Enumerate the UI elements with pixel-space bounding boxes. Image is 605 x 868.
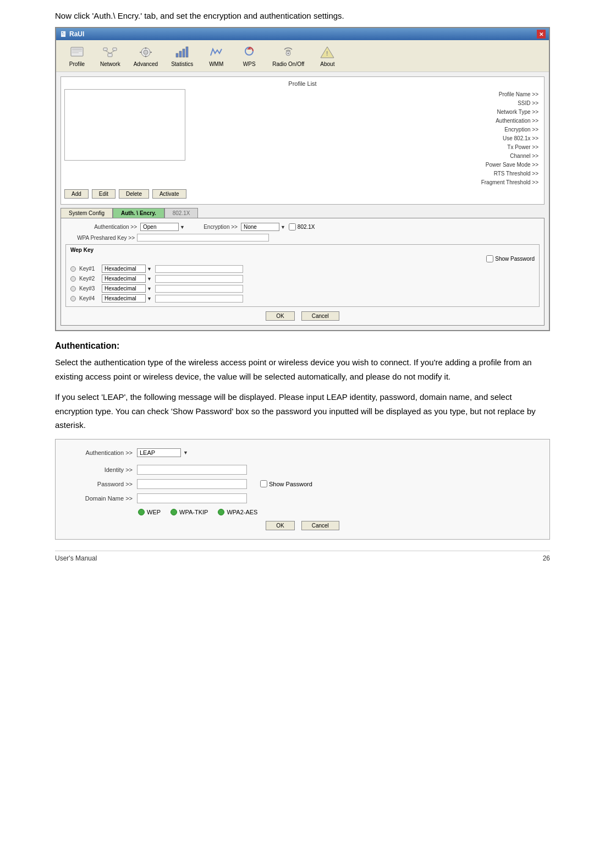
svg-rect-1	[72, 48, 82, 50]
show-password-text: Show Password	[495, 256, 535, 262]
leap-auth-value: LEAP	[137, 448, 181, 457]
leap-password-row: Password >> Show Password	[67, 479, 538, 489]
toolbar-wps-label: WPS	[243, 61, 256, 67]
key1-type-value: Hexadecimal	[102, 265, 146, 273]
toolbar-profile[interactable]: Profile	[61, 42, 94, 69]
wpa2aes-radio-icon	[218, 509, 224, 515]
key3-radio[interactable]	[70, 286, 76, 292]
auth-select[interactable]: Open ▼	[140, 223, 185, 231]
info-powersave: Power Save Mode >>	[190, 161, 541, 169]
toolbar-radioon[interactable]: Radio On/Off	[266, 42, 311, 69]
key2-type[interactable]: Hexadecimal ▼	[102, 274, 152, 283]
key3-input[interactable]	[155, 285, 243, 293]
ok-button[interactable]: OK	[266, 311, 294, 321]
leap-auth-arrow[interactable]: ▼	[183, 450, 188, 455]
key4-radio[interactable]	[70, 296, 76, 301]
edit-button[interactable]: Edit	[92, 189, 116, 199]
key2-dropdown[interactable]: ▼	[147, 276, 152, 282]
svg-rect-4	[108, 53, 112, 57]
toolbar-profile-label: Profile	[69, 61, 85, 67]
wpa-row: WPA Preshared Key >>	[65, 234, 540, 241]
key4-type-value: Hexadecimal	[102, 294, 146, 303]
toolbar-about[interactable]: ! About	[311, 42, 344, 69]
key3-label: Key#3	[79, 285, 98, 292]
wpa2aes-radio-item[interactable]: WPA2-AES	[218, 509, 257, 515]
leap-show-password-label[interactable]: Show Password	[260, 480, 312, 487]
key3-dropdown[interactable]: ▼	[147, 286, 152, 292]
wpa-input[interactable]	[137, 234, 269, 241]
leap-auth-select[interactable]: LEAP ▼	[137, 448, 188, 457]
key1-radio[interactable]	[70, 266, 76, 272]
raui-icon: 🖥	[59, 30, 67, 39]
tab-auth-encry[interactable]: Auth. \ Encry.	[113, 208, 164, 218]
statistics-icon	[173, 45, 191, 60]
toolbar-wmm-label: WMM	[209, 61, 223, 67]
leap-identity-input[interactable]	[137, 465, 247, 475]
profile-icon	[68, 45, 86, 60]
key2-radio[interactable]	[70, 276, 76, 282]
show-password-checkbox[interactable]	[486, 255, 493, 262]
wpatkip-radio-label: WPA-TKIP	[179, 509, 208, 515]
auth-dropdown-arrow[interactable]: ▼	[180, 224, 185, 230]
leap-password-input[interactable]	[137, 479, 247, 489]
raui-titlebar: 🖥 RaUI ✕	[56, 28, 549, 40]
svg-rect-13	[140, 52, 141, 53]
key2-input[interactable]	[155, 275, 243, 283]
toolbar-about-label: About	[320, 61, 334, 67]
toolbar-wps[interactable]: WPS	[233, 42, 266, 69]
toolbar-statistics-label: Statistics	[171, 61, 193, 67]
svg-rect-14	[150, 52, 152, 53]
wpa-label: WPA Preshared Key >>	[65, 235, 137, 241]
key1-type[interactable]: Hexadecimal ▼	[102, 265, 152, 273]
encrypt-dropdown-arrow[interactable]: ▼	[280, 224, 285, 230]
activate-button[interactable]: Activate	[152, 189, 186, 199]
key3-type[interactable]: Hexadecimal ▼	[102, 284, 152, 293]
wep-radio-item[interactable]: WEP	[138, 509, 161, 515]
ok-cancel-row: OK Cancel	[65, 311, 540, 321]
leap-show-password-checkbox[interactable]	[260, 480, 267, 487]
svg-rect-2	[72, 51, 82, 52]
tabs-row: System Config Auth. \ Encry. 802.1X	[61, 208, 544, 218]
show-pw-row: Show Password	[70, 255, 535, 262]
toolbar-network[interactable]: Network	[94, 42, 127, 69]
close-button[interactable]: ✕	[537, 30, 546, 39]
info-ssid: SSID >>	[190, 99, 541, 108]
leap-show-password-text: Show Password	[269, 481, 312, 487]
show-password-label[interactable]: Show Password	[486, 255, 535, 262]
info-profile-name: Profile Name >>	[190, 90, 541, 99]
raui-window: 🖥 RaUI ✕ Profile	[55, 27, 550, 331]
leap-cancel-button[interactable]: Cancel	[301, 521, 339, 530]
key4-type[interactable]: Hexadecimal ▼	[102, 294, 152, 303]
cancel-button[interactable]: Cancel	[301, 311, 339, 321]
auth-value: Open	[140, 223, 179, 231]
add-button[interactable]: Add	[64, 189, 89, 199]
tab-8021x[interactable]: 802.1X	[164, 208, 199, 218]
wpatkip-radio-item[interactable]: WPA-TKIP	[170, 509, 208, 515]
intro-text: Now click 'Auth.\ Encry.' tab, and set t…	[55, 11, 550, 20]
profile-layout: Profile Name >> SSID >> Network Type >> …	[64, 89, 541, 187]
delete-button[interactable]: Delete	[119, 189, 149, 199]
toolbar-wmm[interactable]: WMM	[200, 42, 233, 69]
leap-ok-button[interactable]: OK	[266, 521, 294, 530]
key1-input[interactable]	[155, 265, 243, 273]
svg-rect-17	[183, 49, 185, 57]
8021x-checkbox-label[interactable]: 802.1X	[289, 223, 315, 230]
tab-system-config[interactable]: System Config	[61, 208, 113, 218]
key4-dropdown[interactable]: ▼	[147, 296, 152, 301]
key1-dropdown[interactable]: ▼	[147, 266, 152, 272]
toolbar-advanced-label: Advanced	[134, 61, 158, 67]
svg-rect-15	[176, 53, 178, 57]
profile-section: Profile List Profile Name >> SSID >> Net…	[61, 76, 544, 205]
key-row-3: Key#3 Hexadecimal ▼	[70, 284, 535, 293]
tab-content: Authentication >> Open ▼ Encryption >> N…	[61, 218, 544, 326]
toolbar-statistics[interactable]: Statistics	[164, 42, 200, 69]
toolbar-advanced[interactable]: Advanced	[127, 42, 164, 69]
key4-input[interactable]	[155, 295, 243, 303]
svg-rect-12	[145, 56, 146, 57]
8021x-checkbox[interactable]	[289, 223, 296, 230]
leap-domain-input[interactable]	[137, 493, 247, 503]
wep-radio-label: WEP	[147, 509, 161, 515]
key2-label: Key#2	[79, 276, 98, 282]
encrypt-select[interactable]: None ▼	[241, 223, 285, 231]
profile-list-title: Profile List	[64, 80, 541, 87]
